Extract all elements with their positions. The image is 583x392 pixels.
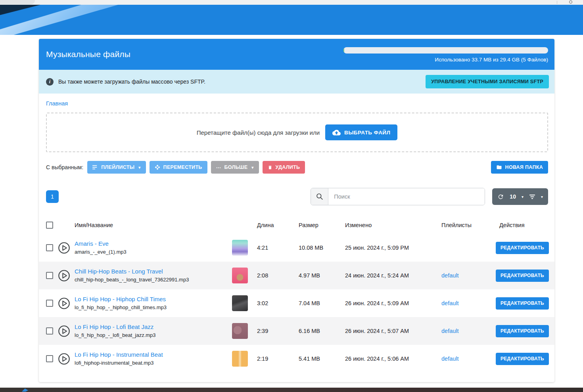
chevron-down-icon[interactable]: ▾ xyxy=(541,195,543,199)
track-artwork xyxy=(232,351,248,367)
play-button[interactable] xyxy=(58,353,70,365)
track-playlist-link[interactable]: default xyxy=(441,356,459,362)
music-files-card: Музыкальные файлы Использовано 33.7 MB и… xyxy=(39,39,554,382)
refresh-icon[interactable] xyxy=(497,193,504,200)
table-header-row: Имя/Название Длина Размер Изменено Плейл… xyxy=(39,216,554,234)
track-modified: 26 июн. 2024 г., 5:06 AM xyxy=(339,356,436,362)
row-checkbox[interactable] xyxy=(46,327,53,335)
storage-usage-text: Использовано 33.7 MB из 29.4 GB (5 Файло… xyxy=(435,57,548,63)
col-header-playlists: Плейлисты xyxy=(436,222,494,228)
footer-strip xyxy=(0,388,583,392)
storage-progress-bar xyxy=(343,47,548,54)
track-playlist-link[interactable]: default xyxy=(441,328,459,334)
track-title-link[interactable]: Chill Hip-Hop Beats - Long Travel xyxy=(75,267,225,276)
track-title-link[interactable]: Lo Fi Hip Hop - Hiphop Chill Times xyxy=(75,295,225,304)
edit-button[interactable]: РЕДАКТИРОВАТЬ xyxy=(496,270,549,282)
track-artwork xyxy=(232,268,248,283)
card-header: Музыкальные файлы Использовано 33.7 MB и… xyxy=(39,39,554,70)
track-duration: 2:39 xyxy=(252,328,292,334)
playlists-label: ПЛЕЙЛИСТЫ xyxy=(101,164,134,170)
col-header-length: Длина xyxy=(252,222,292,228)
track-size: 10.08 MB xyxy=(292,245,339,251)
search-input[interactable] xyxy=(328,188,485,205)
more-label: БОЛЬШЕ xyxy=(224,164,247,170)
table-row: Amaris - Eve amaris_-_eve_(1).mp3 4:21 1… xyxy=(39,234,554,262)
col-header-name: Имя/Название xyxy=(75,222,229,228)
track-title-link[interactable]: Amaris - Eve xyxy=(75,239,225,248)
track-filename: lofi_hiphop-instrumental_beat.mp3 xyxy=(75,360,153,366)
choose-file-label: ВЫБРАТЬ ФАЙЛ xyxy=(344,130,390,136)
track-duration: 2:08 xyxy=(252,272,292,279)
table-row: Lo Fi Hip Hop - Instrumental Beat lofi_h… xyxy=(39,345,554,373)
new-folder-button[interactable]: НОВАЯ ПАПКА xyxy=(491,161,548,174)
track-duration: 3:02 xyxy=(252,300,292,306)
new-folder-label: НОВАЯ ПАПКА xyxy=(505,164,543,170)
page-title: Музыкальные файлы xyxy=(46,50,130,59)
track-filename: chill_hip-hop_beats_-_long_travel_736229… xyxy=(75,277,189,283)
pagination-page-1[interactable]: 1 xyxy=(46,190,59,203)
track-size: 5.41 MB xyxy=(292,356,339,362)
more-icon: ⋯ xyxy=(216,164,221,170)
browser-tab[interactable] xyxy=(0,0,35,4)
manage-sftp-accounts-button[interactable]: УПРАВЛЕНИЕ УЧЕТНЫМИ ЗАПИСЯМИ SFTP xyxy=(426,75,549,88)
track-artwork xyxy=(232,323,248,339)
move-icon xyxy=(155,164,160,170)
per-page-select[interactable]: 10 xyxy=(510,193,516,200)
play-button[interactable] xyxy=(58,325,70,337)
playlists-button[interactable]: ПЛЕЙЛИСТЫ ▾ xyxy=(87,161,146,174)
playlist-icon xyxy=(92,165,98,170)
sort-icon[interactable] xyxy=(529,194,535,199)
table-row: Lo Fi Hip Hop - Lofi Beat Jazz lo_fi_hip… xyxy=(39,317,554,345)
track-modified: 24 июн. 2024 г., 5:24 AM xyxy=(339,272,436,279)
play-button[interactable] xyxy=(58,297,70,310)
delete-button[interactable]: УДАЛИТЬ xyxy=(263,161,305,174)
sftp-info-text: Вы также можете загружать файлы массово … xyxy=(58,78,205,85)
edit-button[interactable]: РЕДАКТИРОВАТЬ xyxy=(496,325,549,337)
chrome-divider xyxy=(557,1,557,4)
track-size: 6.16 MB xyxy=(292,328,339,334)
row-checkbox[interactable] xyxy=(46,355,53,362)
bulk-actions-row: С выбранным: ПЛЕЙЛИСТЫ ▾ ПЕРЕМЕСТИТЬ ⋯ Б… xyxy=(46,161,548,174)
breadcrumb-home-link[interactable]: Главная xyxy=(46,100,68,107)
trash-icon xyxy=(268,165,272,170)
files-table: Имя/Название Длина Размер Изменено Плейл… xyxy=(39,216,554,373)
bulk-actions-label: С выбранным: xyxy=(46,164,83,170)
edit-button[interactable]: РЕДАКТИРОВАТЬ xyxy=(496,353,549,365)
col-header-modified: Изменено xyxy=(339,222,436,228)
table-row: Chill Hip-Hop Beats - Long Travel chill_… xyxy=(39,262,554,289)
track-playlist-link[interactable]: default xyxy=(441,300,459,306)
row-checkbox[interactable] xyxy=(46,272,53,279)
storage-progress-fill xyxy=(343,47,344,54)
track-playlist-link[interactable]: default xyxy=(441,272,459,279)
row-checkbox[interactable] xyxy=(46,300,53,307)
delete-label: УДАЛИТЬ xyxy=(276,164,300,170)
chevron-down-icon: ▾ xyxy=(251,165,253,170)
track-title-link[interactable]: Lo Fi Hip Hop - Instrumental Beat xyxy=(75,350,225,359)
more-button[interactable]: ⋯ БОЛЬШЕ ▾ xyxy=(211,161,259,174)
edit-button[interactable]: РЕДАКТИРОВАТЬ xyxy=(496,297,549,310)
browser-profile-icon[interactable] xyxy=(569,0,572,4)
play-button[interactable] xyxy=(58,242,70,254)
col-header-size: Размер xyxy=(292,222,339,228)
chevron-down-icon: ▾ xyxy=(138,165,140,170)
track-artwork xyxy=(232,295,248,311)
edit-button[interactable]: РЕДАКТИРОВАТЬ xyxy=(496,242,549,254)
sftp-info-banner: i Вы также можете загружать файлы массов… xyxy=(39,70,554,94)
footer-logo xyxy=(22,388,28,392)
track-modified: 26 июн. 2024 г., 5:07 AM xyxy=(339,328,436,334)
play-button[interactable] xyxy=(58,270,70,282)
chevron-down-icon[interactable]: ▾ xyxy=(522,195,524,199)
hero-banner xyxy=(0,5,583,35)
move-button[interactable]: ПЕРЕМЕСТИТЬ xyxy=(150,161,207,174)
row-checkbox[interactable] xyxy=(46,244,53,251)
select-all-checkbox[interactable] xyxy=(46,222,53,229)
breadcrumb: Главная xyxy=(46,100,548,107)
upload-dropzone[interactable]: Перетащите файл(ы) сюда для загрузки или… xyxy=(46,113,548,152)
list-options-group: 10 ▾ ▾ xyxy=(492,188,548,205)
track-artwork xyxy=(232,240,248,256)
choose-file-button[interactable]: ВЫБРАТЬ ФАЙЛ xyxy=(325,124,397,140)
track-title-link[interactable]: Lo Fi Hip Hop - Lofi Beat Jazz xyxy=(75,323,225,331)
col-header-actions: Действия xyxy=(494,222,549,228)
search-icon xyxy=(311,188,328,205)
track-filename: amaris_-_eve_(1).mp3 xyxy=(75,249,127,255)
